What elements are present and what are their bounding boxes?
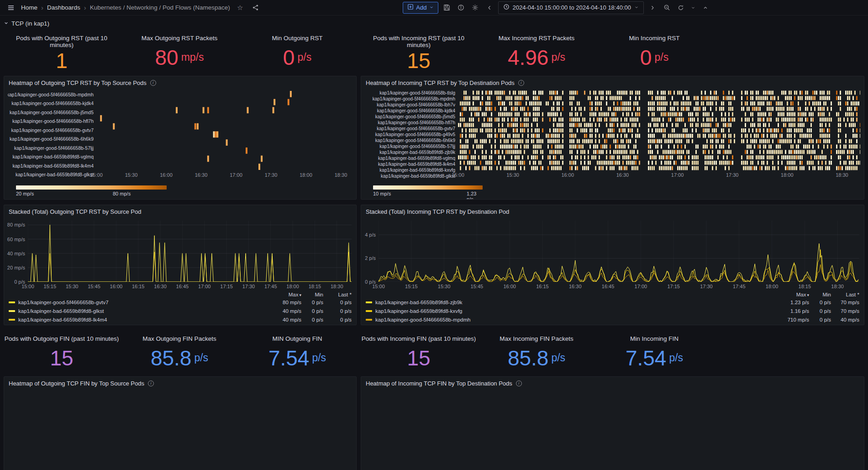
zoom-out-icon bbox=[663, 4, 670, 11]
legend-last-value: 40 mp/s bbox=[831, 317, 859, 322]
panel-title: Heatmap of Incoming TCP FIN by Top Desti… bbox=[366, 380, 512, 387]
row-toggle-tcp[interactable]: TCP (in kap1) bbox=[4, 18, 49, 28]
y-axis-label: 2 p/s bbox=[365, 255, 376, 261]
stat-title: Max Incoming FIN Packets bbox=[500, 335, 573, 342]
series-name[interactable]: kap1/kapinger-bad-6659b89fd8-glkst bbox=[18, 308, 104, 314]
timeseries-incoming-rst-panel: Stacked (Total) Incoming TCP RST by Dest… bbox=[361, 205, 864, 325]
time-tick-label: 16:30 bbox=[154, 284, 167, 289]
legend-sort-min[interactable]: Min bbox=[301, 292, 323, 297]
time-tick-label: 16:30 bbox=[569, 284, 582, 289]
panel-header[interactable]: Heatmap of Incoming TCP FIN by Top Desti… bbox=[361, 377, 864, 390]
panel-header[interactable]: Heatmap of Incoming TCP RST by Top Desti… bbox=[361, 76, 864, 89]
time-tick-label: 16:30 bbox=[616, 172, 629, 178]
timeseries-chart[interactable] bbox=[379, 221, 859, 282]
timeseries-plot[interactable] bbox=[28, 221, 352, 282]
favorite-star-button[interactable]: ☆ bbox=[235, 2, 246, 13]
heatmap-color-legend: 10 mp/s 1.23 p/s bbox=[373, 185, 483, 197]
save-icon bbox=[443, 4, 450, 11]
timeseries-plot[interactable] bbox=[379, 221, 859, 282]
series-name[interactable]: kap1/kapinger-good-5f4666658b-mpdmh bbox=[375, 317, 470, 322]
time-tick-label: 17:30 bbox=[265, 172, 278, 178]
heatmap-plot[interactable] bbox=[96, 90, 352, 171]
time-tick-label: 17:15 bbox=[667, 284, 680, 289]
heatmap-cells[interactable] bbox=[96, 90, 352, 171]
dashboard-insights-button[interactable] bbox=[456, 2, 467, 13]
pod-row-label: kap1/kapinger-good-5f4666658b-kjdk4 bbox=[8, 99, 94, 108]
legend-row[interactable]: kap1/kapinger-good-5f4666658b-gvtv780 mp… bbox=[9, 298, 352, 306]
legend-row[interactable]: kap1/kapinger-bad-6659b89fd8-glkst40 mp/… bbox=[9, 306, 352, 315]
stat-value: 1 bbox=[56, 48, 68, 73]
y-axis: 0 p/s2 p/s4 p/s bbox=[364, 221, 379, 290]
series-color-swatch bbox=[366, 319, 372, 321]
time-tick-label: 18:00 bbox=[286, 284, 299, 289]
add-button[interactable]: Add bbox=[403, 2, 438, 14]
pod-row-label: kap1/kapinger-bad-6659b89fd8-lk4m4 bbox=[365, 161, 455, 167]
legend-min-value: 0 p/s bbox=[809, 317, 831, 322]
time-range-picker[interactable]: 2024-04-10 15:00:00 to 2024-04-10 18:40:… bbox=[498, 1, 644, 14]
time-tick-label: 15:30 bbox=[125, 172, 138, 178]
series-name[interactable]: kap1/kapinger-bad-6659b89fd8-kxvfg bbox=[375, 308, 463, 314]
time-range-label: 2024-04-10 15:00:00 to 2024-04-10 18:40:… bbox=[513, 4, 631, 11]
stat-value: 4.96p/s bbox=[508, 42, 565, 73]
legend-max-value: 80 mp/s bbox=[268, 300, 301, 305]
info-icon[interactable]: i bbox=[516, 380, 522, 386]
time-tick-label: 15:45 bbox=[88, 284, 100, 289]
row-title: TCP (in kap1) bbox=[11, 20, 49, 27]
refresh-interval-dropdown[interactable] bbox=[689, 2, 697, 13]
heatmap-x-axis: 15:0015:3016:0016:3017:0017:3018:0018:30 bbox=[96, 172, 352, 179]
legend-sort-max[interactable]: Max▾ bbox=[776, 292, 809, 297]
heatmap-color-legend: 20 mp/s 80 mp/s bbox=[16, 185, 167, 197]
stat-value: 7.54p/s bbox=[268, 342, 326, 374]
heatmap-cells[interactable] bbox=[458, 90, 860, 171]
breadcrumb-home[interactable]: Home bbox=[21, 4, 37, 11]
time-tick-label: 15:00 bbox=[452, 172, 464, 178]
time-tick-label: 18:00 bbox=[300, 172, 312, 178]
pod-row-label: kap1/kapinger-good-5f4666658b-mpdmh bbox=[365, 96, 455, 102]
panel-header[interactable]: Stacked (Total) Incoming TCP RST by Dest… bbox=[361, 205, 864, 218]
stat-max-outgoing-rst: Max Outgoing RST Packets 80mp/s bbox=[121, 30, 237, 73]
stat-min-outgoing-rst: Min Outgoing RST 0p/s bbox=[239, 30, 355, 73]
panel-header[interactable]: Stacked (Total) Outgoing TCP RST by Sour… bbox=[4, 205, 356, 218]
info-icon[interactable]: i bbox=[148, 380, 154, 386]
legend-sort-last[interactable]: Last * bbox=[831, 292, 859, 297]
time-tick-label: 17:00 bbox=[230, 172, 242, 178]
panel-header[interactable]: Heatmap of Outgoing TCP FIN by Top Sourc… bbox=[4, 377, 356, 390]
series-name[interactable]: kap1/kapinger-good-5f4666658b-gvtv7 bbox=[18, 300, 109, 305]
legend-row[interactable]: kap1/kapinger-bad-6659b89fd8-lk4m440 mp/… bbox=[9, 315, 352, 324]
series-color-swatch bbox=[366, 301, 372, 303]
clock-icon bbox=[503, 4, 510, 11]
legend-row[interactable]: kap1/kapinger-bad-6659b89fd8-zjb9k1.23 p… bbox=[366, 298, 859, 306]
time-tick-label: 15:45 bbox=[471, 284, 484, 289]
panel-title: Stacked (Total) Incoming TCP RST by Dest… bbox=[366, 208, 509, 215]
save-dashboard-button[interactable] bbox=[442, 2, 452, 13]
legend-sort-min[interactable]: Min bbox=[809, 292, 831, 297]
time-tick-label: 18:30 bbox=[335, 172, 347, 178]
legend-table: Max▾ Min Last * kap1/kapinger-good-5f466… bbox=[9, 291, 352, 324]
legend-sort-last[interactable]: Last * bbox=[323, 292, 352, 297]
timeseries-chart[interactable] bbox=[28, 221, 352, 282]
info-icon[interactable]: i bbox=[150, 80, 156, 86]
legend-sort-max[interactable]: Max▾ bbox=[268, 292, 301, 297]
stat-value: 0p/s bbox=[640, 42, 668, 73]
time-tick-label: 17:30 bbox=[242, 284, 255, 289]
breadcrumb-dashboards[interactable]: Dashboards bbox=[47, 4, 80, 11]
legend-last-value: 0 p/s bbox=[323, 308, 352, 314]
heatmap-plot[interactable] bbox=[458, 90, 860, 171]
share-button[interactable] bbox=[250, 2, 261, 13]
refresh-button[interactable] bbox=[675, 2, 686, 13]
time-tick-label: 17:00 bbox=[198, 284, 211, 289]
stat-value: 85.8p/s bbox=[508, 342, 565, 374]
time-shift-forward-button[interactable] bbox=[647, 2, 658, 13]
panel-header[interactable]: Heatmap of Outgoing TCP RST by Top Sourc… bbox=[4, 76, 356, 89]
pod-row-label: kap1/kapinger-good-5f4666658b-6h6k9 bbox=[8, 135, 94, 144]
info-icon[interactable]: i bbox=[518, 80, 524, 86]
dashboard-settings-button[interactable] bbox=[470, 2, 481, 13]
series-name[interactable]: kap1/kapinger-bad-6659b89fd8-zjb9k bbox=[375, 300, 463, 305]
menu-toggle-button[interactable] bbox=[5, 2, 16, 13]
series-name[interactable]: kap1/kapinger-bad-6659b89fd8-lk4m4 bbox=[18, 317, 107, 322]
collapse-topbar-button[interactable] bbox=[700, 2, 711, 13]
time-shift-back-button[interactable] bbox=[484, 2, 495, 13]
legend-row[interactable]: kap1/kapinger-bad-6659b89fd8-kxvfg1.16 p… bbox=[366, 306, 859, 315]
zoom-out-button[interactable] bbox=[661, 2, 672, 13]
legend-row[interactable]: kap1/kapinger-good-5f4666658b-mpdmh710 m… bbox=[366, 315, 859, 324]
